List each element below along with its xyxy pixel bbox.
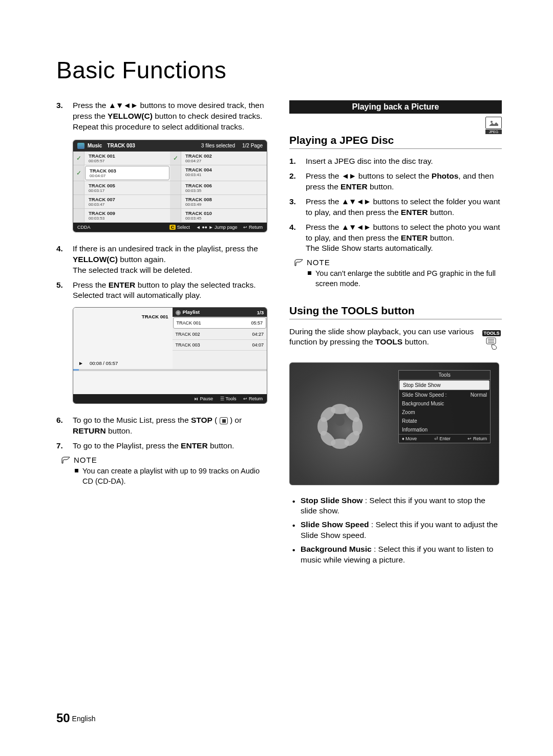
- playback-time: 00:08 / 05:57: [90, 360, 118, 366]
- track-cell: ✓TRACK 00100:05:57: [73, 152, 170, 165]
- track-name: TRACK 007: [89, 197, 166, 202]
- track-cell: ✓TRACK 00200:04:27: [170, 152, 267, 165]
- step-number: 2.: [289, 171, 301, 192]
- text: (: [212, 416, 220, 424]
- r-step-3: 3. Press the ▲▼◄► buttons to select the …: [289, 197, 502, 218]
- note-text: You can't enlarge the subtitle and PG gr…: [315, 269, 502, 289]
- music-panel-footer: CDDA C Select ◄ ●● ► Jump page ↩ Return: [73, 223, 267, 232]
- text: Press the: [73, 280, 109, 289]
- heading-playing-jpeg: Playing a JPEG Disc: [289, 134, 502, 149]
- track-name: TRACK 003: [90, 168, 165, 174]
- bullet-item: •Stop Slide Show : Select this if you wa…: [292, 495, 502, 517]
- photos-label: Photos: [432, 171, 459, 180]
- step-text: Press the ▲▼◄► buttons to select the fol…: [306, 197, 502, 218]
- step-6: 6. To go to the Music List, press the ST…: [56, 415, 269, 437]
- track-cell: TRACK 00600:03:35: [170, 181, 267, 195]
- tools-menu-item: Information: [399, 425, 490, 434]
- tools-label: Tools: [225, 396, 236, 401]
- flower-image: [317, 398, 363, 444]
- disc-icon: [176, 310, 181, 315]
- track-duration: 00:03:45: [185, 216, 263, 221]
- step-subtext: The Slide Show starts automatically.: [306, 243, 502, 254]
- heading-tools: Using the TOOLS button: [289, 305, 502, 319]
- tools-paragraph: During the slide show playback, you can …: [289, 327, 502, 348]
- note-label: NOTE: [307, 258, 330, 267]
- tools-menu-item: Zoom: [399, 408, 490, 417]
- enter-label: ENTER: [181, 441, 208, 450]
- jump-label: Jump page: [215, 225, 238, 230]
- track-name: TRACK 001: [89, 153, 166, 159]
- checkmark-icon: ✓: [170, 152, 181, 165]
- playlist-panel: TRACK 001 ► 00:08 / 05:57 Playlist 1/3 T…: [73, 307, 267, 404]
- step-subtext: Selected tract will automatically play.: [73, 290, 269, 301]
- jpeg-badge-label: JPEG: [485, 129, 502, 134]
- now-playing-track: TRACK 001: [73, 308, 173, 319]
- music-panel-header: Music TRACK 003 3 files selected 1/2 Pag…: [73, 140, 267, 152]
- track-duration: 00:03:49: [185, 202, 263, 207]
- text: button again.: [118, 255, 166, 264]
- track-duration: 00:03:35: [185, 188, 263, 193]
- text: Press the: [306, 171, 342, 180]
- tools-button-badge: TOOLS: [481, 328, 502, 354]
- checkmark-icon: [170, 181, 181, 195]
- tm-item-value: Normal: [471, 392, 487, 398]
- note-label: NOTE: [74, 456, 97, 464]
- step-text: To go to the Playlist, press the ENTER b…: [73, 441, 269, 451]
- r-step-2: 2. Press the ◄► buttons to select the Ph…: [289, 171, 502, 192]
- return-label: RETURN: [73, 426, 106, 435]
- pl-track-name: TRACK 003: [176, 342, 200, 348]
- text: Press the: [306, 197, 342, 206]
- step-5: 5. Press the ENTER button to play the se…: [56, 280, 269, 301]
- track-duration: 00:04:27: [185, 159, 263, 163]
- track-duration: 00:03:41: [185, 172, 263, 177]
- arrow-icons: ◄►: [342, 171, 356, 180]
- track-duration: 00:03:17: [89, 188, 166, 193]
- text: button.: [428, 233, 454, 242]
- yellow-c-label: YELLOW(C): [73, 255, 118, 264]
- pl-track-name: TRACK 002: [176, 332, 200, 337]
- page-language: English: [72, 715, 96, 723]
- checkmark-icon: ✓: [73, 152, 84, 165]
- track-duration: 00:04:07: [90, 174, 165, 178]
- enter-hint: ⏎ Enter: [434, 436, 451, 441]
- bullet-dot-icon: •: [292, 545, 296, 566]
- text: button.: [368, 182, 394, 191]
- svg-point-1: [491, 121, 493, 123]
- music-list-panel: Music TRACK 003 3 files selected 1/2 Pag…: [73, 140, 267, 232]
- checkmark-icon: [170, 165, 181, 181]
- text: If there is an undesired track in the pl…: [73, 244, 258, 253]
- return-hint: ↩ Return: [467, 436, 487, 441]
- music-label: Music: [88, 143, 102, 148]
- c-key-icon: C: [169, 225, 176, 230]
- checkmark-icon: [73, 209, 84, 222]
- step-number: 7.: [56, 441, 68, 451]
- step-text: Press the ▲▼◄► buttons to move desired t…: [73, 100, 269, 133]
- pause-icon: ⏯: [194, 396, 199, 401]
- jpeg-badge: JPEG: [481, 117, 502, 134]
- tools-screenshot: Tools Stop Slide ShowSlide Show Speed :N…: [289, 362, 499, 485]
- tools-badge-label: TOOLS: [482, 330, 501, 336]
- step-number: 4.: [56, 244, 68, 276]
- bullet-dot-icon: •: [292, 496, 296, 517]
- text: button.: [428, 208, 454, 217]
- jump-icon: ◄ ●● ►: [196, 225, 214, 230]
- text: ) or: [228, 416, 242, 424]
- bullet-dot-icon: •: [292, 521, 296, 541]
- music-icon: [77, 143, 84, 149]
- track-cell: TRACK 00500:03:17: [73, 181, 170, 195]
- move-hint: ♦ Move: [402, 436, 417, 441]
- tools-menu-item: Rotate: [399, 417, 490, 425]
- page-number: 50: [56, 711, 70, 725]
- note-heading: NOTE: [61, 456, 269, 464]
- step-subtext: Repeat this procedure to select addition…: [73, 122, 269, 133]
- enter-label: ENTER: [341, 182, 368, 191]
- step-number: 1.: [289, 156, 301, 167]
- note-item: You can't enlarge the subtitle and PG gr…: [308, 269, 502, 289]
- track-cell: TRACK 00800:03:49: [170, 195, 267, 209]
- text: Press the: [306, 223, 342, 231]
- tm-item-label: Zoom: [402, 409, 415, 415]
- return-label: Return: [249, 396, 263, 401]
- playlist-left: TRACK 001 ► 00:08 / 05:57: [73, 308, 173, 369]
- page-indicator: 1/2 Page: [242, 143, 263, 148]
- step-4: 4. If there is an undesired track in the…: [56, 244, 269, 276]
